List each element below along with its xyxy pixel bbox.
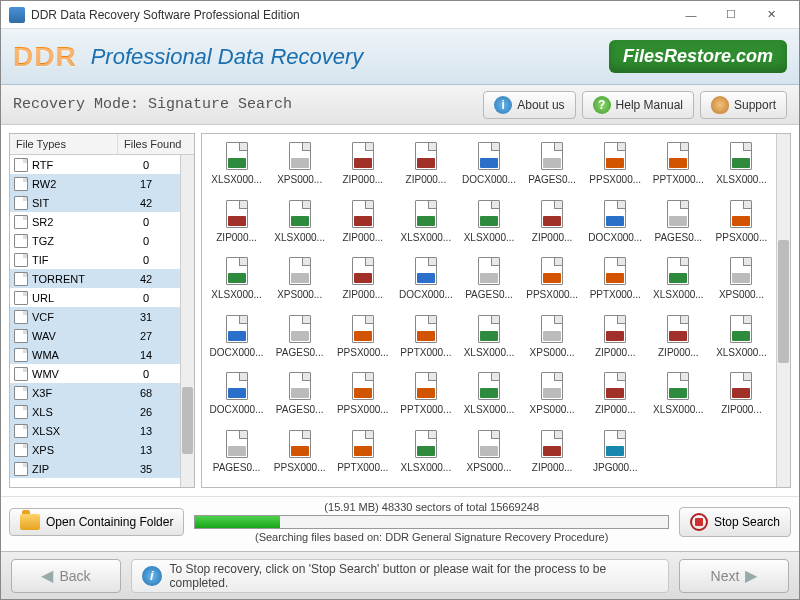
file-grid[interactable]: XLSX000...XPS000...ZIP000...ZIP000...DOC… <box>202 134 776 487</box>
file-name: XLSX000... <box>209 174 265 185</box>
help-manual-button[interactable]: ? Help Manual <box>582 91 694 119</box>
file-type-count: 13 <box>116 425 176 437</box>
file-type-name: VCF <box>32 311 116 323</box>
recovery-mode-label: Recovery Mode: Signature Search <box>13 96 477 113</box>
grid-scrollbar[interactable] <box>776 134 790 487</box>
file-type-count: 0 <box>116 368 176 380</box>
file-item[interactable]: PPSX000... <box>269 428 330 482</box>
file-item[interactable]: XLSX000... <box>395 428 456 482</box>
file-type-row[interactable]: SR20 <box>10 212 180 231</box>
file-item[interactable]: XLSX000... <box>206 255 267 309</box>
file-type-row[interactable]: TIF0 <box>10 250 180 269</box>
file-item[interactable]: XLSX000... <box>458 313 519 367</box>
file-types-list[interactable]: RTF0RW217SIT42SR20TGZ0TIF0TORRENT42URL0V… <box>10 155 180 487</box>
file-item[interactable]: XPS000... <box>458 428 519 482</box>
file-item[interactable]: ZIP000... <box>522 428 583 482</box>
file-item[interactable]: ZIP000... <box>332 140 393 194</box>
file-type-row[interactable]: X3F68 <box>10 383 180 402</box>
file-type-row[interactable]: WMA14 <box>10 345 180 364</box>
file-type-row[interactable]: WAV27 <box>10 326 180 345</box>
file-thumb <box>473 313 505 345</box>
file-item[interactable]: PPSX000... <box>332 313 393 367</box>
file-thumb <box>536 428 568 460</box>
file-item[interactable]: ZIP000... <box>585 370 646 424</box>
file-item[interactable]: PPSX000... <box>711 198 772 252</box>
left-scrollbar[interactable] <box>180 155 194 487</box>
file-item[interactable]: XPS000... <box>522 313 583 367</box>
file-item[interactable]: PAGES0... <box>458 255 519 309</box>
file-item[interactable]: JPG000... <box>585 428 646 482</box>
file-type-row[interactable]: XLS26 <box>10 402 180 421</box>
file-item[interactable]: XLSX000... <box>206 140 267 194</box>
file-item[interactable]: PAGES0... <box>269 370 330 424</box>
file-name: XLSX000... <box>713 347 769 358</box>
file-item[interactable]: DOCX000... <box>585 198 646 252</box>
file-name: PPTX000... <box>650 174 706 185</box>
file-name: PPSX000... <box>713 232 769 243</box>
open-containing-folder-button[interactable]: Open Containing Folder <box>9 508 184 536</box>
file-type-row[interactable]: WMV0 <box>10 364 180 383</box>
file-item[interactable]: DOCX000... <box>206 370 267 424</box>
file-item[interactable]: ZIP000... <box>711 370 772 424</box>
file-type-name: RTF <box>32 159 116 171</box>
file-type-row[interactable]: TORRENT42 <box>10 269 180 288</box>
file-item[interactable]: PPSX000... <box>522 255 583 309</box>
file-type-row[interactable]: SIT42 <box>10 193 180 212</box>
file-item[interactable]: PPTX000... <box>585 255 646 309</box>
about-us-button[interactable]: i About us <box>483 91 575 119</box>
file-item[interactable]: ZIP000... <box>522 198 583 252</box>
file-type-row[interactable]: URL0 <box>10 288 180 307</box>
file-item[interactable]: ZIP000... <box>648 313 709 367</box>
file-type-row[interactable]: RW217 <box>10 174 180 193</box>
stop-search-button[interactable]: Stop Search <box>679 507 791 537</box>
file-item[interactable]: PPSX000... <box>332 370 393 424</box>
file-item[interactable]: DOCX000... <box>206 313 267 367</box>
file-item[interactable]: PAGES0... <box>648 198 709 252</box>
file-item[interactable]: ZIP000... <box>332 198 393 252</box>
file-item[interactable]: XPS000... <box>269 140 330 194</box>
file-item[interactable]: XPS000... <box>269 255 330 309</box>
support-button[interactable]: Support <box>700 91 787 119</box>
file-type-row[interactable]: TGZ0 <box>10 231 180 250</box>
file-item[interactable]: XLSX000... <box>458 198 519 252</box>
file-item[interactable]: DOCX000... <box>395 255 456 309</box>
file-item[interactable]: XLSX000... <box>269 198 330 252</box>
file-item[interactable]: XLSX000... <box>711 313 772 367</box>
file-item[interactable]: DOCX000... <box>458 140 519 194</box>
back-button[interactable]: ◀ Back <box>11 559 121 593</box>
scrollbar-thumb[interactable] <box>778 240 789 364</box>
file-types-panel: File Types Files Found RTF0RW217SIT42SR2… <box>9 133 195 488</box>
file-name: DOCX000... <box>209 347 265 358</box>
scrollbar-thumb[interactable] <box>182 387 193 453</box>
file-type-row[interactable]: VCF31 <box>10 307 180 326</box>
file-thumb <box>347 140 379 172</box>
file-item[interactable]: PPTX000... <box>395 370 456 424</box>
file-item[interactable]: PAGES0... <box>206 428 267 482</box>
next-button[interactable]: Next ▶ <box>679 559 789 593</box>
file-item[interactable]: ZIP000... <box>585 313 646 367</box>
file-item[interactable]: ZIP000... <box>206 198 267 252</box>
file-item[interactable]: XPS000... <box>522 370 583 424</box>
file-item[interactable]: ZIP000... <box>395 140 456 194</box>
file-item[interactable]: XLSX000... <box>395 198 456 252</box>
file-item[interactable]: XLSX000... <box>648 370 709 424</box>
file-item[interactable]: PPTX000... <box>395 313 456 367</box>
file-item[interactable]: PPTX000... <box>648 140 709 194</box>
file-item[interactable]: XLSX000... <box>711 140 772 194</box>
next-label: Next <box>711 568 740 584</box>
file-item[interactable]: ZIP000... <box>332 255 393 309</box>
file-item[interactable]: XLSX000... <box>648 255 709 309</box>
file-type-row[interactable]: XLSX13 <box>10 421 180 440</box>
minimize-button[interactable]: — <box>671 4 711 26</box>
close-button[interactable]: ✕ <box>751 4 791 26</box>
file-item[interactable]: PPTX000... <box>332 428 393 482</box>
maximize-button[interactable]: ☐ <box>711 4 751 26</box>
file-type-row[interactable]: ZIP35 <box>10 459 180 478</box>
file-item[interactable]: PPSX000... <box>585 140 646 194</box>
file-item[interactable]: XLSX000... <box>458 370 519 424</box>
file-type-row[interactable]: XPS13 <box>10 440 180 459</box>
file-item[interactable]: PAGES0... <box>522 140 583 194</box>
file-item[interactable]: XPS000... <box>711 255 772 309</box>
file-item[interactable]: PAGES0... <box>269 313 330 367</box>
file-type-row[interactable]: RTF0 <box>10 155 180 174</box>
